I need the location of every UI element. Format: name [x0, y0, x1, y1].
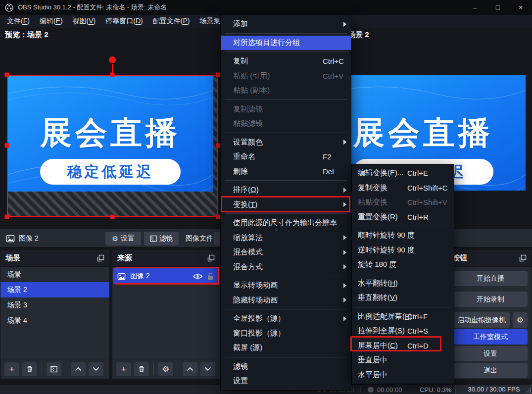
popout-icon[interactable]: [97, 254, 104, 262]
source-context-menu: 添加对所选项目进行分组复制Ctrl+C粘贴 (引用)Ctrl+V粘贴 (副本)复…: [220, 15, 351, 391]
menu-item[interactable]: 垂直居中: [352, 353, 454, 368]
menu-item[interactable]: 隐藏转场动画: [221, 293, 351, 308]
menu-item[interactable]: 重命名F2: [221, 149, 351, 164]
menu-item[interactable]: 粘贴 (引用)Ctrl+V: [221, 69, 351, 84]
source-filters-button[interactable]: 滤镜: [144, 232, 179, 246]
up-button[interactable]: [71, 362, 86, 376]
menu-item-label: 删除: [233, 167, 248, 176]
menu-item[interactable]: 复制变换Ctrl+Shift+C: [352, 181, 454, 196]
window-resize-grip[interactable]: [526, 388, 531, 393]
menubar-item[interactable]: 停靠窗口(D): [100, 17, 147, 26]
menu-item[interactable]: 顺时针旋转 90 度: [352, 228, 454, 243]
plus-button[interactable]: +: [4, 362, 19, 376]
resize-handle-bottom-left[interactable]: [5, 215, 9, 219]
virtual-camera-settings-button[interactable]: ⚙: [513, 312, 528, 328]
plus-button[interactable]: +: [116, 362, 131, 376]
resize-handle-bottom-center[interactable]: [110, 215, 115, 219]
resize-handle-mid-left[interactable]: [5, 144, 9, 148]
minimize-button[interactable]: –: [464, 0, 486, 15]
menu-item[interactable]: 水平翻转(H): [352, 276, 454, 291]
menu-separator: [352, 224, 454, 228]
scene-list-item[interactable]: 场景 2: [0, 282, 109, 297]
menu-item[interactable]: 缩放算法: [221, 231, 351, 246]
controls-button[interactable]: 退出: [453, 363, 528, 378]
resize-handle-top-left[interactable]: [5, 73, 9, 77]
resize-handle-top-center[interactable]: [110, 73, 115, 77]
menu-item[interactable]: 设置: [221, 374, 351, 389]
controls-button[interactable]: 开始直播: [453, 271, 528, 286]
menubar-item[interactable]: 配置文件(P): [148, 17, 195, 26]
rotation-handle[interactable]: [109, 56, 116, 63]
menu-item[interactable]: 水平居中: [352, 368, 454, 383]
menubar-item[interactable]: 视图(V): [68, 17, 101, 26]
menu-item[interactable]: 粘贴 (副本): [221, 83, 351, 98]
scene-list-item[interactable]: 场景 3: [0, 297, 109, 313]
filter-button[interactable]: [47, 362, 61, 376]
source-properties-button[interactable]: ⚙ 设置: [105, 232, 141, 246]
controls-button[interactable]: 工作室模式: [453, 329, 528, 345]
scene-list-item[interactable]: 场景 4: [0, 313, 109, 328]
menu-item[interactable]: 排序(O): [221, 183, 351, 197]
controls-button[interactable]: 启动虚拟摄像机: [453, 312, 510, 328]
menu-item[interactable]: 混合模式: [221, 245, 351, 260]
submenu-arrow-icon: [343, 283, 346, 288]
menu-item[interactable]: 重置变换(R)Ctrl+R: [352, 210, 454, 225]
menu-item[interactable]: 粘贴变换Ctrl+Shift+V: [352, 195, 454, 210]
window-title: OBS Studio 30.1.2 - 配置文件: 未命名 - 场景: 未命名: [18, 3, 167, 12]
eye-visible-icon[interactable]: [193, 273, 202, 280]
menu-item[interactable]: 滤镜: [221, 359, 351, 374]
lock-open-icon[interactable]: [207, 272, 214, 280]
menu-item[interactable]: 复制滤镜: [221, 102, 351, 117]
plus-icon: +: [121, 364, 126, 374]
menu-item-label: 比例适配屏幕(F): [358, 312, 412, 321]
toolbar-divider: [66, 363, 66, 375]
toolbar-divider: [153, 363, 154, 375]
controls-button[interactable]: 设置: [453, 346, 528, 361]
menu-item[interactable]: 拉伸到全屏(S)Ctrl+S: [352, 324, 454, 339]
image-source-icon: [117, 272, 126, 281]
menu-item[interactable]: 显示转场动画: [221, 278, 351, 293]
menubar-item[interactable]: 文件(F): [2, 17, 35, 26]
popout-icon[interactable]: [519, 254, 527, 262]
menu-item[interactable]: 垂直翻转(V): [352, 291, 454, 305]
scene-list-item[interactable]: 场景: [0, 267, 109, 282]
gear-icon: ⚙: [112, 235, 118, 243]
menu-item[interactable]: 变换(T): [221, 197, 351, 212]
menu-item-label: 水平翻转(H): [358, 279, 398, 288]
trash-button[interactable]: [134, 362, 149, 376]
menu-item[interactable]: 设置颜色: [221, 135, 351, 150]
menu-item[interactable]: 使用此源的尺寸作为输出分辨率: [221, 216, 351, 231]
down-button[interactable]: [200, 362, 215, 376]
up-button[interactable]: [183, 362, 197, 376]
menu-item[interactable]: 截屏 (源): [221, 341, 351, 355]
trash-button[interactable]: [22, 362, 37, 376]
selection-bounding-box[interactable]: [7, 75, 218, 217]
menu-item[interactable]: 复制Ctrl+C: [221, 54, 351, 69]
menu-item-label: 滤镜: [233, 362, 248, 371]
maximize-button[interactable]: □: [486, 0, 509, 15]
menu-item[interactable]: 全屏投影（源）: [221, 311, 351, 326]
menu-item[interactable]: 窗口投影（源）: [221, 326, 351, 341]
menu-item[interactable]: 编辑变换(E)...Ctrl+E: [352, 166, 454, 181]
menu-item[interactable]: 混合方式: [221, 260, 351, 275]
close-button[interactable]: ×: [509, 0, 532, 15]
menu-item[interactable]: 比例适配屏幕(F)Ctrl+F: [352, 309, 454, 324]
menu-item[interactable]: 粘贴滤镜: [221, 116, 351, 131]
menu-item[interactable]: 旋转 180 度: [352, 257, 454, 272]
menu-item[interactable]: 对所选项目进行分组: [221, 36, 351, 50]
down-button[interactable]: [89, 362, 103, 376]
popout-icon[interactable]: [207, 254, 215, 262]
gear-icon: ⚙: [162, 365, 169, 373]
menubar-item[interactable]: 编辑(E): [35, 17, 68, 26]
gear-button[interactable]: ⚙: [158, 362, 173, 376]
menu-item[interactable]: 屏幕居中(C)Ctrl+D: [352, 339, 454, 353]
menu-item[interactable]: 删除Del: [221, 164, 351, 179]
menu-item[interactable]: 添加: [221, 17, 351, 32]
menu-item-label: 重置变换(R): [358, 212, 398, 222]
submenu-arrow-icon: [343, 235, 346, 240]
controls-button[interactable]: 开始录制: [453, 292, 528, 307]
menu-item[interactable]: 逆时针旋转 90 度: [352, 243, 454, 258]
transform-submenu: 编辑变换(E)...Ctrl+E复制变换Ctrl+Shift+C粘贴变换Ctrl…: [351, 164, 454, 384]
source-list-item[interactable]: 图像 2: [113, 268, 219, 284]
menu-item-label: 设置: [233, 376, 248, 386]
